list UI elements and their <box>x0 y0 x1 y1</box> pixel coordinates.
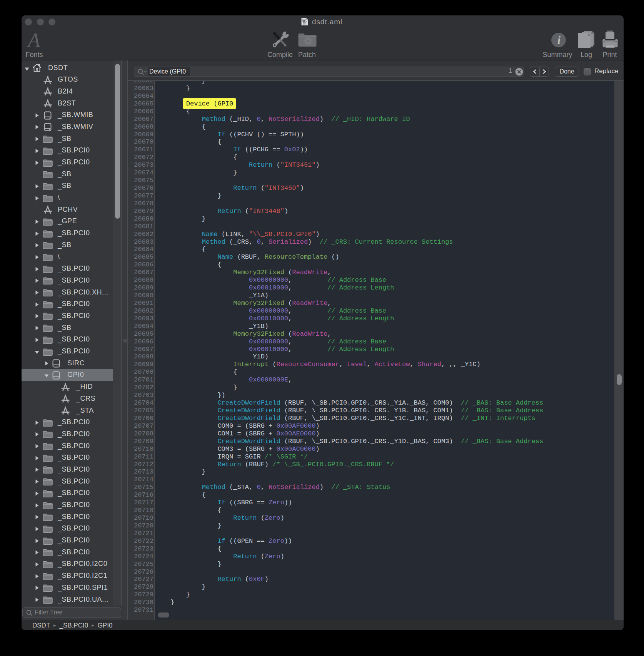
svg-text:i: i <box>557 34 561 46</box>
